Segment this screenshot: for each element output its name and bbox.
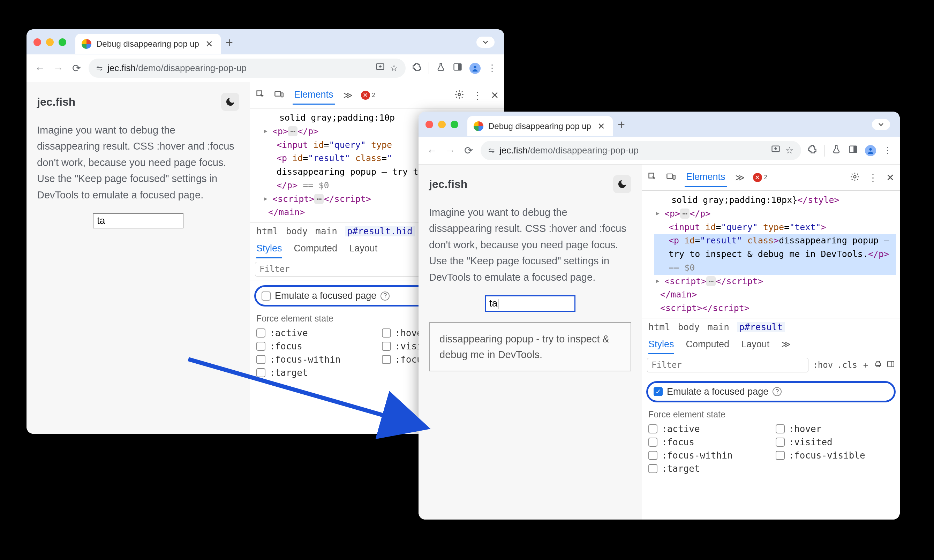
profile-avatar-icon[interactable] [469, 63, 481, 74]
minimize-window-icon[interactable] [438, 121, 446, 128]
tabs-overflow-button[interactable] [872, 119, 890, 130]
menu-icon[interactable]: ⋮ [883, 145, 892, 156]
device-icon[interactable] [274, 89, 284, 101]
inspect-icon[interactable] [648, 172, 657, 183]
panel-icon[interactable] [453, 62, 462, 74]
emulate-focused-row[interactable]: ✓ Emulate a focused page ? [646, 381, 896, 402]
state-visited[interactable]: :visited [776, 437, 894, 448]
minimize-window-icon[interactable] [46, 38, 54, 46]
close-tab-icon[interactable]: ✕ [204, 39, 214, 49]
subtab-computed[interactable]: Computed [294, 243, 338, 258]
state-focus[interactable]: :focus [256, 341, 373, 351]
site-settings-icon[interactable]: ⇋ [488, 146, 495, 155]
state-hover[interactable]: :hover [776, 424, 894, 434]
url-field[interactable]: ⇋ jec.fish/demo/disappearing-pop-up ☆ [481, 141, 801, 160]
cls-toggle[interactable]: .cls [837, 360, 857, 370]
state-focus[interactable]: :focus [648, 437, 766, 448]
new-tab-button[interactable]: + [618, 117, 625, 135]
tab-bar: Debug disappearing pop up ✕ + [26, 29, 504, 54]
tabs-more-icon[interactable]: ≫ [343, 90, 352, 101]
menu-icon[interactable]: ⋮ [488, 63, 497, 74]
subtab-layout[interactable]: Layout [741, 339, 769, 354]
bc-item[interactable]: p#result.hid [345, 226, 415, 236]
device-icon[interactable] [666, 172, 676, 183]
address-bar: ← → ⟳ ⇋ jec.fish/demo/disappearing-pop-u… [26, 54, 504, 82]
close-devtools-icon[interactable]: ✕ [491, 89, 499, 101]
tab-elements[interactable]: Elements [292, 86, 335, 105]
forward-button: → [444, 145, 456, 157]
tab-elements[interactable]: Elements [685, 168, 727, 187]
url-field[interactable]: ⇋ jec.fish/demo/disappearing-pop-up ☆ [89, 58, 406, 78]
help-icon[interactable]: ? [772, 387, 782, 396]
maximize-window-icon[interactable] [451, 121, 458, 128]
kebab-icon[interactable]: ⋮ [472, 89, 482, 101]
settings-icon[interactable] [850, 172, 860, 183]
inspect-icon[interactable] [255, 89, 265, 101]
install-icon[interactable] [375, 62, 385, 74]
close-devtools-icon[interactable]: ✕ [886, 172, 894, 183]
styles-filter-input[interactable] [647, 358, 808, 372]
subtab-computed[interactable]: Computed [686, 339, 729, 354]
query-input[interactable]: ta [485, 295, 575, 312]
new-tab-button[interactable]: + [226, 35, 233, 53]
state-target[interactable]: :target [648, 463, 766, 474]
state-active[interactable]: :active [256, 328, 373, 338]
state-focus-within[interactable]: :focus-within [256, 354, 373, 365]
maximize-window-icon[interactable] [58, 38, 66, 46]
subtabs-more-icon[interactable]: ≫ [781, 339, 791, 354]
settings-icon[interactable] [454, 89, 464, 101]
browser-tab[interactable]: Debug disappearing pop up ✕ [75, 34, 221, 54]
error-counter[interactable]: ✕2 [361, 91, 375, 100]
query-input[interactable]: ta [93, 213, 183, 228]
tabs-overflow-button[interactable] [476, 37, 495, 48]
subtab-styles[interactable]: Styles [648, 339, 674, 354]
tab-title: Debug disappearing pop up [96, 39, 199, 49]
help-icon[interactable]: ? [380, 291, 389, 301]
bookmark-icon[interactable]: ☆ [785, 145, 794, 156]
bc-item[interactable]: p#result [737, 322, 785, 332]
back-button[interactable]: ← [34, 62, 46, 74]
hov-toggle[interactable]: :hov [812, 360, 833, 370]
reload-button[interactable]: ⟳ [71, 62, 82, 74]
bc-item[interactable]: html [648, 322, 670, 332]
labs-icon[interactable] [831, 145, 841, 157]
state-focus-within[interactable]: :focus-within [648, 450, 766, 461]
state-focus-visible[interactable]: :focus-visible [776, 450, 894, 461]
tabs-more-icon[interactable]: ≫ [735, 172, 745, 183]
error-counter[interactable]: ✕2 [753, 173, 767, 182]
side-panel-icon[interactable] [886, 360, 895, 370]
bc-item[interactable]: main [707, 322, 729, 332]
install-icon[interactable] [771, 145, 780, 157]
extensions-icon[interactable] [808, 145, 817, 157]
dom-tree[interactable]: solid gray;padding:10px}</style> <p>⋯</p… [642, 191, 900, 318]
close-window-icon[interactable] [34, 38, 41, 46]
emulate-focused-checkbox[interactable]: ✓ [654, 387, 663, 396]
panel-icon[interactable] [848, 145, 858, 157]
force-state-label: Force element state [642, 407, 900, 422]
browser-tab[interactable]: Debug disappearing pop up ✕ [467, 116, 613, 136]
profile-avatar-icon[interactable] [865, 145, 876, 156]
site-settings-icon[interactable]: ⇋ [96, 64, 103, 73]
close-window-icon[interactable] [426, 121, 433, 128]
bc-item[interactable]: main [315, 226, 337, 236]
dark-mode-toggle[interactable] [221, 93, 239, 111]
print-icon[interactable] [874, 360, 882, 370]
subtab-styles[interactable]: Styles [256, 243, 282, 258]
bc-item[interactable]: html [256, 226, 279, 236]
extensions-icon[interactable] [412, 62, 422, 74]
state-active[interactable]: :active [648, 424, 766, 434]
bookmark-icon[interactable]: ☆ [390, 63, 398, 74]
breadcrumb[interactable]: html body main p#result [642, 318, 900, 336]
bc-item[interactable]: body [678, 322, 700, 332]
kebab-icon[interactable]: ⋮ [868, 172, 878, 183]
subtab-layout[interactable]: Layout [349, 243, 377, 258]
new-rule-icon[interactable]: ＋ [862, 360, 870, 371]
state-target[interactable]: :target [256, 368, 373, 378]
dark-mode-toggle[interactable] [613, 175, 631, 193]
back-button[interactable]: ← [426, 145, 438, 157]
close-tab-icon[interactable]: ✕ [596, 121, 606, 132]
labs-icon[interactable] [436, 62, 446, 74]
emulate-focused-checkbox[interactable] [262, 291, 271, 301]
bc-item[interactable]: body [286, 226, 308, 236]
reload-button[interactable]: ⟳ [462, 145, 474, 157]
